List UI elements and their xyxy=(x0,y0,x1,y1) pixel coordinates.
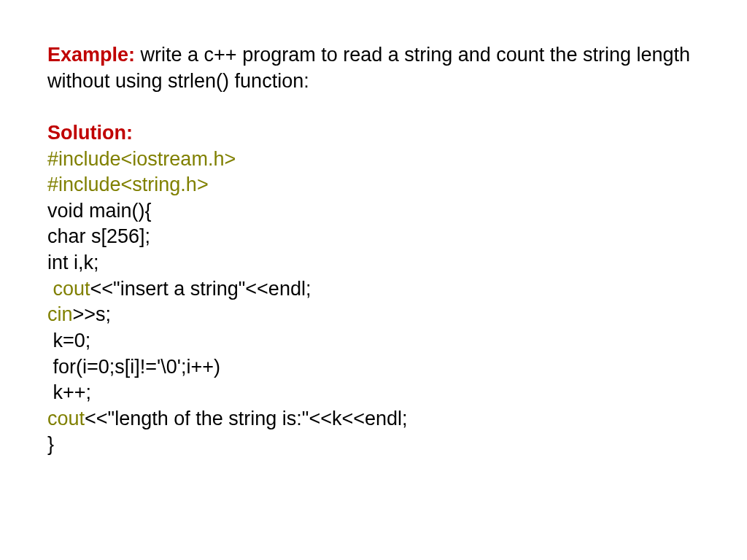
code-line: } xyxy=(47,432,700,458)
code-token: char s[256]; xyxy=(47,225,150,247)
code-token: <<"length of the string is:"<<k<<endl; xyxy=(85,408,407,429)
code-line: k=0; xyxy=(47,328,700,354)
code-token: void main(){ xyxy=(47,200,152,222)
code-token: cin xyxy=(47,303,73,325)
code-line: cout<<"insert a string"<<endl; xyxy=(47,276,700,303)
code-token: for(i=0;s[i]!='\0';i++) xyxy=(47,356,220,378)
code-token: <<"insert a string"<<endl; xyxy=(90,278,311,300)
code-token: k=0; xyxy=(47,330,90,351)
code-token: } xyxy=(47,433,54,455)
code-token: #include<iostream.h> xyxy=(47,148,236,170)
code-token: #include<string.h> xyxy=(47,174,209,195)
code-token: k++; xyxy=(47,381,91,403)
code-line: cin>>s; xyxy=(47,302,700,328)
code-line: k++; xyxy=(47,380,700,406)
code-line: #include<iostream.h> xyxy=(47,147,700,173)
example-heading: Example: write a c++ program to read a s… xyxy=(47,42,700,94)
code-line: void main(){ xyxy=(47,198,700,225)
code-line: int i,k; xyxy=(47,250,700,276)
code-line: for(i=0;s[i]!='\0';i++) xyxy=(47,354,700,381)
code-line: #include<string.h> xyxy=(47,172,700,198)
code-line: char s[256]; xyxy=(47,224,700,250)
example-label: Example: xyxy=(47,44,135,66)
code-block: #include<iostream.h>#include<string.h>vo… xyxy=(47,147,700,459)
code-token: cout xyxy=(53,278,90,300)
code-token: cout xyxy=(47,408,85,429)
code-line: cout<<"length of the string is:"<<k<<end… xyxy=(47,406,700,432)
code-token xyxy=(47,278,53,300)
code-token: >>s; xyxy=(73,303,112,325)
example-text: write a c++ program to read a string and… xyxy=(47,44,690,92)
solution-label: Solution: xyxy=(47,120,700,147)
code-token: int i,k; xyxy=(47,252,99,273)
